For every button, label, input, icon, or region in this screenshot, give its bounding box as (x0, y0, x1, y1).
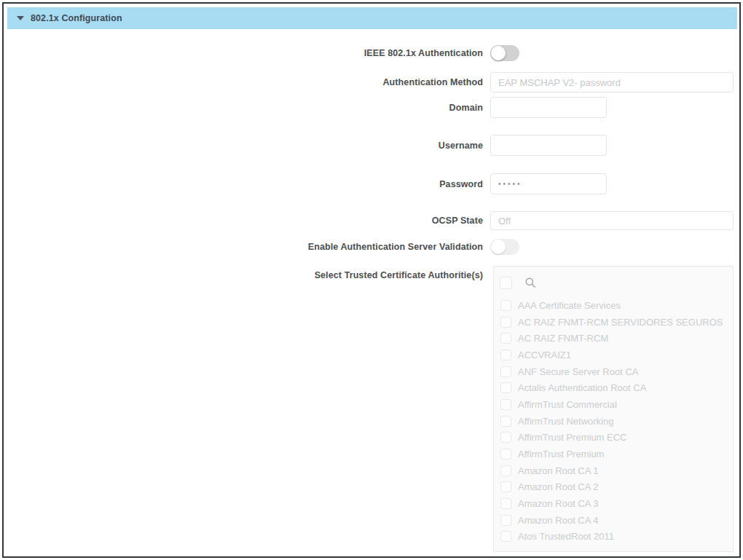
ca-item-label: AffirmTrust Commercial (518, 399, 617, 410)
toggle-knob (491, 240, 506, 254)
ca-item-label: ACCVRAIZ1 (518, 350, 571, 360)
ca-item-label: AffirmTrust Premium (518, 449, 604, 460)
username-label: Username (4, 141, 483, 151)
ca-list-item[interactable]: AffirmTrust Networking (494, 413, 733, 430)
page-frame: 802.1x Configuration IEEE 802.1x Authent… (2, 2, 741, 558)
authentication-method-input (490, 72, 734, 92)
ca-item-label: Atos TrustedRoot 2011 (518, 531, 614, 542)
ca-list-item[interactable]: Amazon Root CA 1 (494, 462, 733, 479)
ca-list-search-row (494, 267, 733, 291)
checkbox-icon[interactable] (500, 531, 511, 542)
username-input[interactable] (490, 135, 607, 156)
trusted-ca-list: AAA Certificate Services AC RAIZ FNMT-RC… (493, 266, 734, 552)
ca-list-item[interactable]: ACCVRAIZ1 (494, 347, 733, 363)
row-password: Password (4, 173, 734, 194)
row-server-validation: Enable Authentication Server Validation (4, 239, 734, 255)
ca-list-item[interactable]: Amazon Root CA 3 (494, 495, 733, 512)
ieee-authentication-label: IEEE 802.1x Authentication (4, 48, 483, 58)
ca-list-item[interactable]: Amazon Root CA 2 (494, 479, 733, 496)
row-authentication-method: Authentication Method (4, 72, 734, 92)
panel-8021x: 802.1x Configuration IEEE 802.1x Authent… (4, 4, 739, 556)
ca-item-label: Amazon Root CA 3 (518, 498, 599, 509)
ca-list-item[interactable]: Atos TrustedRoot 2011 (494, 529, 733, 545)
trusted-ca-label: Select Trusted Certificate Authoritie(s) (4, 266, 483, 280)
checkbox-icon[interactable] (500, 432, 511, 443)
section-header-8021x-configuration[interactable]: 802.1x Configuration (7, 7, 737, 29)
ca-list-item[interactable]: AAA Certificate Services (494, 297, 733, 314)
row-domain: Domain (4, 97, 734, 118)
checkbox-icon[interactable] (500, 300, 511, 311)
row-trusted-ca: Select Trusted Certificate Authoritie(s)… (4, 266, 734, 552)
ca-item-label: Actalis Authentication Root CA (518, 382, 646, 393)
row-ieee-authentication: IEEE 802.1x Authentication (4, 45, 734, 61)
checkbox-icon[interactable] (500, 515, 511, 526)
password-input[interactable] (490, 173, 607, 194)
ca-list-item[interactable]: AffirmTrust Premium ECC (494, 430, 733, 446)
checkbox-icon[interactable] (500, 399, 511, 410)
checkbox-icon[interactable] (500, 416, 511, 427)
ca-item-label: AffirmTrust Premium ECC (518, 432, 627, 443)
section-title: 802.1x Configuration (31, 13, 122, 23)
ca-list-item[interactable]: Actalis Authentication Root CA (494, 379, 733, 396)
ieee-authentication-toggle[interactable] (490, 45, 519, 61)
checkbox-icon[interactable] (500, 481, 511, 492)
ca-item-label: ANF Secure Server Root CA (518, 366, 638, 377)
ca-list-item[interactable]: ANF Secure Server Root CA (494, 363, 733, 380)
checkbox-icon[interactable] (500, 366, 511, 377)
checkbox-icon[interactable] (500, 465, 511, 476)
checkbox-icon[interactable] (500, 350, 511, 360)
ocsp-state-label: OCSP State (4, 216, 483, 226)
domain-label: Domain (4, 103, 483, 113)
ca-item-label: Amazon Root CA 2 (518, 481, 599, 492)
select-all-checkbox[interactable] (500, 277, 512, 289)
ca-item-label: Amazon Root CA 4 (518, 515, 599, 526)
ca-item-label: AC RAIZ FNMT-RCM (518, 333, 608, 344)
ca-item-label: Amazon Root CA 1 (518, 465, 599, 476)
ca-list-item[interactable]: AC RAIZ FNMT-RCM SERVIDORES SEGUROS (494, 314, 733, 331)
checkbox-icon[interactable] (500, 317, 511, 328)
ca-list-item[interactable]: AffirmTrust Commercial (494, 396, 733, 413)
authentication-method-label: Authentication Method (4, 77, 483, 87)
server-validation-label: Enable Authentication Server Validation (4, 242, 483, 252)
password-label: Password (4, 179, 483, 189)
ca-list-item[interactable]: AC RAIZ FNMT-RCM (494, 330, 733, 347)
checkbox-icon[interactable] (500, 449, 511, 460)
ca-list-item[interactable]: Amazon Root CA 4 (494, 512, 733, 529)
ca-item-label: AC RAIZ FNMT-RCM SERVIDORES SEGUROS (518, 317, 723, 328)
row-ocsp-state: OCSP State (4, 211, 734, 230)
checkbox-icon[interactable] (500, 498, 511, 509)
server-validation-toggle (490, 239, 519, 255)
ca-item-label: AAA Certificate Services (518, 300, 621, 311)
checkbox-icon[interactable] (500, 333, 511, 344)
toggle-knob (491, 46, 506, 60)
collapse-caret-icon (17, 16, 24, 20)
search-icon[interactable] (524, 277, 536, 288)
checkbox-icon[interactable] (500, 382, 511, 393)
ca-list-item[interactable]: AffirmTrust Premium (494, 446, 733, 462)
ca-items: AAA Certificate Services AC RAIZ FNMT-RC… (494, 297, 733, 545)
row-username: Username (4, 135, 734, 156)
ca-item-label: AffirmTrust Networking (518, 416, 613, 427)
ocsp-state-input (490, 211, 734, 230)
domain-input[interactable] (490, 97, 607, 118)
